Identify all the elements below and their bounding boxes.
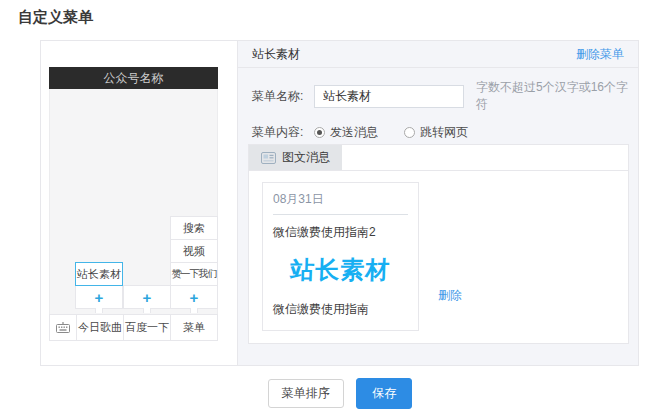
delete-article-link[interactable]: 删除 <box>438 287 462 304</box>
rich-message-card[interactable]: 08月31日 微信缴费使用指南2 站长素材 微信缴费使用指南 <box>262 182 419 331</box>
submenu-item-like-us[interactable]: 赞一下我们 <box>170 262 218 286</box>
card-article-title-2: 微信缴费使用指南 <box>263 288 418 330</box>
editor-header: 删除菜单 站长素材 <box>238 41 638 68</box>
news-article-icon <box>261 152 276 164</box>
save-button[interactable]: 保存 <box>356 378 412 409</box>
radio-send-message[interactable]: 发送消息 <box>314 124 378 141</box>
message-content-box: 图文消息 08月31日 微信缴费使用指南2 站长素材 微信缴费使用指南 删除 <box>248 144 629 344</box>
menu-content-row: 菜单内容: 发送消息 跳转网页 <box>252 124 638 141</box>
submenu-item-video[interactable]: 视频 <box>170 239 218 263</box>
popup-notch <box>143 308 151 313</box>
menu-name-input[interactable] <box>314 85 464 108</box>
phone-preview-panel: 公众号名称 站长素材 + + 搜索 视频 赞一下我们 + <box>41 41 238 365</box>
submenu-column-2: + <box>123 286 171 309</box>
editor-header-title: 站长素材 <box>252 47 300 61</box>
menu-item-today-song[interactable]: 今日歌曲 <box>76 315 123 340</box>
card-date: 08月31日 <box>273 183 408 215</box>
card-article-title-1: 微信缴费使用指南2 <box>263 215 418 241</box>
phone-menu-bar: 今日歌曲 百度一下 菜单 <box>49 314 218 341</box>
message-tab-bar: 图文消息 <box>249 145 628 171</box>
submenu-column-3: 搜索 视频 赞一下我们 + <box>170 217 218 309</box>
add-submenu-button-3[interactable]: + <box>170 285 218 309</box>
card-logo-image: 站长素材 <box>262 241 419 288</box>
content-type-radio-group: 发送消息 跳转网页 <box>314 124 494 141</box>
delete-menu-link[interactable]: 删除菜单 <box>576 41 624 67</box>
popup-notch <box>95 308 103 313</box>
menu-content-label: 菜单内容: <box>252 124 314 141</box>
add-submenu-button-1[interactable]: + <box>75 285 123 309</box>
radio-send-message-label: 发送消息 <box>330 124 378 141</box>
tab-rich-message[interactable]: 图文消息 <box>249 145 342 170</box>
radio-dot-icon <box>314 127 325 138</box>
keyboard-icon <box>50 315 76 340</box>
menu-item-menu[interactable]: 菜单 <box>170 315 217 340</box>
page-title: 自定义菜单 <box>18 8 93 27</box>
add-submenu-button-2[interactable]: + <box>123 285 171 309</box>
menu-name-label: 菜单名称: <box>252 88 314 105</box>
menu-name-row: 菜单名称: 字数不超过5个汉字或16个字符 <box>252 79 638 113</box>
footer-actions: 菜单排序 保存 <box>40 378 640 409</box>
message-preview-area: 08月31日 微信缴费使用指南2 站长素材 微信缴费使用指南 删除 <box>249 171 628 342</box>
menu-editor-panel: 删除菜单 站长素材 菜单名称: 字数不超过5个汉字或16个字符 菜单内容: 发送… <box>238 41 638 365</box>
tab-rich-message-label: 图文消息 <box>282 149 330 166</box>
radio-dot-icon <box>404 127 415 138</box>
phone-mockup: 公众号名称 站长素材 + + 搜索 视频 赞一下我们 + <box>49 67 218 341</box>
menu-name-hint: 字数不超过5个汉字或16个字符 <box>476 79 638 113</box>
submenu-item-selected[interactable]: 站长素材 <box>75 262 123 286</box>
account-name-header: 公众号名称 <box>49 67 218 89</box>
popup-notch <box>190 308 198 313</box>
submenu-column-1: 站长素材 + <box>75 263 123 309</box>
radio-jump-webpage[interactable]: 跳转网页 <box>404 124 468 141</box>
submenu-item-search[interactable]: 搜索 <box>170 216 218 240</box>
sort-menu-button[interactable]: 菜单排序 <box>268 379 344 408</box>
radio-jump-webpage-label: 跳转网页 <box>420 124 468 141</box>
main-container: 公众号名称 站长素材 + + 搜索 视频 赞一下我们 + <box>40 40 639 366</box>
menu-item-baidu[interactable]: 百度一下 <box>123 315 170 340</box>
